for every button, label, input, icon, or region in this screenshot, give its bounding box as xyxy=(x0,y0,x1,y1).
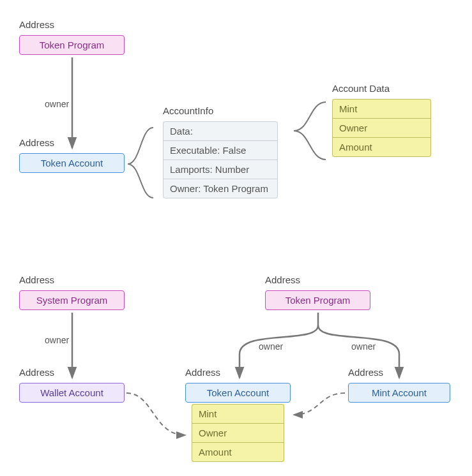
address-label-2: Address xyxy=(19,137,54,148)
address-label-6: Address xyxy=(185,367,220,378)
system-program-box: System Program xyxy=(19,290,125,310)
token-program-box-top: Token Program xyxy=(19,35,125,55)
accountdata-row-owner: Owner xyxy=(332,118,431,138)
accountinfo-row-owner: Owner: Token Program xyxy=(163,179,278,198)
address-label-7: Address xyxy=(348,367,383,378)
accountdata-stack: Mint Owner Amount xyxy=(332,99,431,157)
token-account-field-mint: Mint xyxy=(192,404,284,424)
token-account-box-top: Token Account xyxy=(19,153,125,173)
mint-account-box: Mint Account xyxy=(348,383,450,403)
accountinfo-title: AccountInfo xyxy=(163,105,213,116)
accountdata-title: Account Data xyxy=(332,83,390,94)
accountinfo-row-lamports: Lamports: Number xyxy=(163,160,278,179)
address-label-4: Address xyxy=(19,367,54,378)
accountinfo-stack: Data: Executable: False Lamports: Number… xyxy=(163,121,278,198)
token-account-fields-stack: Mint Owner Amount xyxy=(192,404,284,462)
owner-edge-label-left: owner xyxy=(259,341,283,352)
brace-token-to-info xyxy=(128,128,153,198)
owner-edge-label-right: owner xyxy=(351,341,376,352)
dashed-mint-to-mint xyxy=(294,393,345,415)
address-label-3: Address xyxy=(19,274,54,285)
address-label-1: Address xyxy=(19,19,54,30)
dashed-wallet-to-owner xyxy=(126,393,185,435)
accountdata-row-amount: Amount xyxy=(332,137,431,157)
accountinfo-row-data: Data: xyxy=(163,121,278,141)
address-label-5: Address xyxy=(265,274,300,285)
brace-info-to-data xyxy=(294,102,326,160)
owner-edge-label-sys: owner xyxy=(45,335,69,345)
accountinfo-row-executable: Executable: False xyxy=(163,140,278,160)
token-program-box-bottom: Token Program xyxy=(265,290,370,310)
token-account-field-owner: Owner xyxy=(192,423,284,443)
token-account-box-bottom: Token Account xyxy=(185,383,291,403)
wallet-account-box: Wallet Account xyxy=(19,383,125,403)
accountdata-row-mint: Mint xyxy=(332,99,431,119)
token-account-field-amount: Amount xyxy=(192,442,284,462)
owner-edge-label-top: owner xyxy=(45,99,69,109)
